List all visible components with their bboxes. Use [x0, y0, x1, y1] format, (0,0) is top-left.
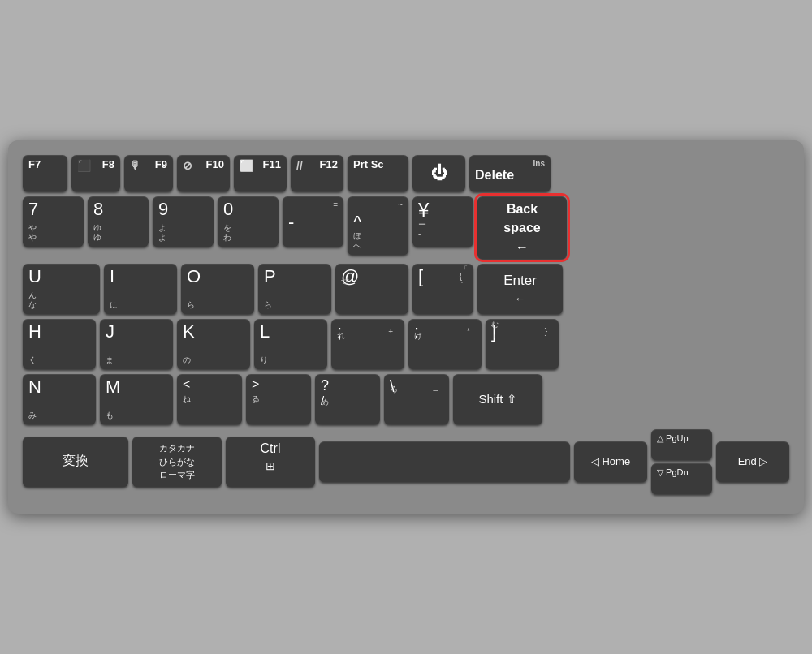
key-end[interactable]: End ▷	[716, 441, 789, 482]
key-yen[interactable]: ¥ ー-	[412, 196, 473, 247]
key-bracket-left[interactable]: { [ 「。	[412, 264, 473, 314]
enter-icon: ←	[514, 292, 525, 305]
pgup-pgdn-group: △ PgUp ▽ PgDn	[651, 429, 712, 494]
f12-icon: //	[296, 159, 303, 172]
key-k[interactable]: K の	[177, 319, 250, 369]
key-f8[interactable]: ⬛ F8	[71, 155, 120, 191]
key-f10[interactable]: ⊘ F10	[177, 155, 230, 191]
key-pgdn[interactable]: ▽ PgDn	[651, 463, 712, 494]
end-label: End ▷	[738, 455, 768, 467]
power-icon: ⏻	[431, 164, 447, 183]
key-enter[interactable]: Enter ←	[477, 264, 563, 314]
key-o[interactable]: O ら	[181, 264, 254, 314]
f8-icon: ⬛	[77, 159, 91, 172]
key-7[interactable]: 7 やや	[23, 196, 84, 247]
hjkl-key-row: H く J ま K の L り + ; れ	[23, 319, 789, 369]
key-prtsc[interactable]: Prt Sc	[348, 155, 408, 191]
backspace-arrow-icon: ←	[516, 240, 529, 255]
windows-icon: ⊞	[266, 459, 275, 472]
f11-icon: ⬜	[240, 159, 253, 172]
uiop-key-row: U んな I に O ら P ら ` @ せ	[23, 264, 789, 314]
key-colon[interactable]: * : け	[408, 319, 482, 369]
key-pgup[interactable]: △ PgUp	[651, 429, 712, 460]
key-comma[interactable]: <、 ね	[177, 374, 242, 424]
key-semicolon[interactable]: + ; れ	[331, 319, 404, 369]
backspace-label: Backspace	[503, 200, 540, 237]
key-m[interactable]: M も	[100, 374, 173, 424]
number-key-row: 7 やや 8 ゆゆ 9 よよ 0 をわ = - ~	[23, 196, 789, 259]
key-u[interactable]: U んな	[23, 264, 100, 314]
key-bracket-right[interactable]: } ] む」	[486, 319, 559, 369]
key-f12[interactable]: // F12	[291, 155, 343, 191]
key-i[interactable]: I に	[104, 264, 177, 314]
f10-icon: ⊘	[183, 159, 192, 172]
ctrl-label: Ctrl	[261, 441, 281, 456]
pgup-label: △ PgUp	[657, 433, 689, 444]
key-space[interactable]	[319, 441, 570, 482]
key-backspace[interactable]: Backspace ←	[477, 196, 567, 259]
key-slash[interactable]: ?/ め	[315, 374, 380, 424]
key-period[interactable]: >。 る	[246, 374, 311, 424]
key-minus[interactable]: = -	[283, 196, 343, 247]
keyboard: F7 ⬛ F8 🎙 F9 ⊘ F10	[8, 140, 804, 514]
key-p[interactable]: P ら	[258, 264, 331, 314]
keyboard-rows: F7 ⬛ F8 🎙 F9 ⊘ F10	[23, 155, 789, 494]
key-f7[interactable]: F7	[23, 155, 67, 191]
home-label: ◁ Home	[591, 455, 630, 467]
key-f9[interactable]: 🎙 F9	[124, 155, 173, 191]
key-0[interactable]: 0 をわ	[218, 196, 279, 247]
shift-label: Shift ⇧	[478, 392, 516, 407]
key-n[interactable]: N み	[23, 374, 96, 424]
bottom-key-row: 変換 カタカナひらがなローマ字 Ctrl ⊞ ◁ Home △ PgUp ▽ P…	[23, 429, 789, 494]
key-at[interactable]: ` @ せ	[335, 264, 408, 314]
function-key-row: F7 ⬛ F8 🎙 F9 ⊘ F10	[23, 155, 789, 191]
key-delete[interactable]: Ins Delete	[469, 155, 551, 191]
f9-icon: 🎙	[130, 159, 141, 172]
henkan-label: 変換	[63, 453, 89, 470]
key-caret[interactable]: ~ ^ ほへ	[348, 196, 408, 255]
key-ctrl-right[interactable]: Ctrl ⊞	[226, 437, 315, 487]
enter-label: Enter	[503, 273, 537, 289]
key-backslash[interactable]: _ \ ろ	[384, 374, 449, 424]
key-f11[interactable]: ⬜ F11	[234, 155, 287, 191]
key-shift-right[interactable]: Shift ⇧	[453, 374, 542, 424]
key-j[interactable]: J ま	[100, 319, 173, 369]
key-l[interactable]: L り	[254, 319, 327, 369]
nm-key-row: N み M も <、 ね >。 る ?/	[23, 374, 789, 424]
key-katakana[interactable]: カタカナひらがなローマ字	[132, 437, 222, 487]
key-power[interactable]: ⏻	[412, 155, 465, 191]
key-henkan[interactable]: 変換	[23, 437, 128, 487]
katakana-label: カタカナひらがなローマ字	[159, 441, 195, 482]
key-8[interactable]: 8 ゆゆ	[88, 196, 149, 247]
key-9[interactable]: 9 よよ	[153, 196, 214, 247]
pgdn-label: ▽ PgDn	[657, 467, 689, 478]
key-h[interactable]: H く	[23, 319, 96, 369]
key-home[interactable]: ◁ Home	[574, 441, 647, 482]
